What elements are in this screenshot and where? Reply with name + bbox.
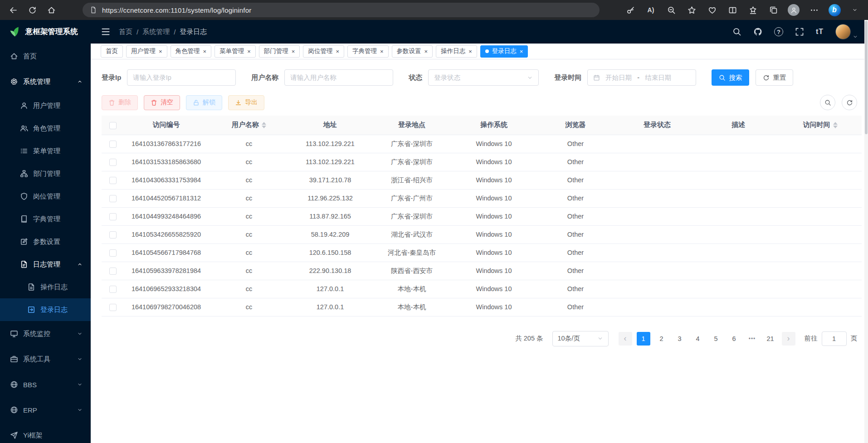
prev-page-button[interactable]: ‹ <box>619 332 632 346</box>
table-search-toggle-icon[interactable] <box>820 95 835 110</box>
search-button[interactable]: 搜索 <box>712 69 749 86</box>
site-info-icon[interactable] <box>90 6 97 14</box>
browser-profile-icon[interactable] <box>786 2 801 18</box>
export-button[interactable]: 导出 <box>228 95 264 110</box>
user-menu[interactable] <box>835 24 858 39</box>
collections-icon[interactable] <box>766 2 781 18</box>
pagination-ellipsis[interactable]: ••• <box>746 332 759 346</box>
sort-icon[interactable] <box>833 122 838 128</box>
col-username[interactable]: 用户名称 <box>208 116 290 135</box>
page-button-4[interactable]: 4 <box>691 332 705 346</box>
row-checkbox[interactable] <box>109 268 117 275</box>
sidebar-item-user-mgmt[interactable]: 用户管理 <box>0 94 91 117</box>
github-icon[interactable] <box>753 27 762 36</box>
bing-icon[interactable]: b <box>827 2 842 18</box>
close-icon[interactable]: × <box>159 49 162 54</box>
sidebar-item-post-mgmt[interactable]: 岗位管理 <box>0 185 91 208</box>
tab-role-mgmt[interactable]: 角色管理× <box>171 45 212 58</box>
tab-home[interactable]: 首页 <box>101 45 123 58</box>
row-checkbox[interactable] <box>109 141 117 148</box>
tab-post-mgmt[interactable]: 岗位管理× <box>303 45 344 58</box>
app-logo[interactable]: 意框架管理系统 <box>0 20 91 44</box>
tab-dept-mgmt[interactable]: 部门管理× <box>259 45 300 58</box>
sidebar-item-role-mgmt[interactable]: 角色管理 <box>0 117 91 140</box>
page-button-3[interactable]: 3 <box>673 332 687 346</box>
table-refresh-icon[interactable] <box>842 95 857 110</box>
sidebar-item-tools[interactable]: 系统工具 <box>0 346 91 372</box>
tab-login-log[interactable]: 登录日志× <box>480 45 528 58</box>
sort-icon[interactable] <box>262 122 266 128</box>
date-range-picker[interactable]: 开始日期 - 结束日期 <box>587 69 696 86</box>
sidebar-item-dept-mgmt[interactable]: 部门管理 <box>0 162 91 185</box>
favorites-bar-icon[interactable] <box>745 2 761 18</box>
username-input[interactable] <box>290 74 387 81</box>
address-bar[interactable]: https://ccnetcore.com:1101/system/log/lo… <box>83 3 600 17</box>
unlock-button[interactable]: 解锁 <box>186 95 222 110</box>
row-checkbox[interactable] <box>109 159 117 166</box>
login-ip-input[interactable] <box>133 74 230 81</box>
sidebar-item-erp[interactable]: ERP <box>0 397 91 423</box>
row-checkbox[interactable] <box>109 195 117 202</box>
close-icon[interactable]: × <box>424 49 428 54</box>
close-icon[interactable]: × <box>380 49 384 54</box>
row-checkbox[interactable] <box>109 304 117 311</box>
breadcrumb-item-home[interactable]: 首页 <box>119 28 132 36</box>
clear-button[interactable]: 清空 <box>144 95 180 110</box>
page-button-21[interactable]: 21 <box>764 332 777 346</box>
back-icon[interactable] <box>5 2 21 18</box>
sidebar-item-system[interactable]: 系统管理 <box>0 69 91 94</box>
reset-button[interactable]: 重置 <box>756 69 793 86</box>
status-select[interactable]: 登录状态 <box>428 69 539 86</box>
page-button-6[interactable]: 6 <box>727 332 741 346</box>
sidebar-item-param-settings[interactable]: 参数设置 <box>0 230 91 253</box>
row-checkbox[interactable] <box>109 213 117 220</box>
delete-button[interactable]: 删除 <box>102 95 138 110</box>
row-checkbox[interactable] <box>109 286 117 293</box>
breadcrumb-item-system[interactable]: 系统管理 <box>142 28 170 36</box>
avatar[interactable] <box>835 24 851 39</box>
row-checkbox[interactable] <box>109 249 117 257</box>
row-checkbox[interactable] <box>109 177 117 184</box>
close-icon[interactable]: × <box>520 49 523 54</box>
page-button-2[interactable]: 2 <box>655 332 668 346</box>
sidebar-item-login-log[interactable]: 登录日志 <box>0 298 91 321</box>
home-icon[interactable] <box>44 2 59 18</box>
select-all-checkbox[interactable] <box>109 122 117 129</box>
close-icon[interactable]: × <box>292 49 295 54</box>
tab-param-settings[interactable]: 参数设置× <box>392 45 433 58</box>
next-page-button[interactable]: › <box>782 332 795 346</box>
close-icon[interactable]: × <box>203 49 207 54</box>
read-aloud-icon[interactable]: A) <box>643 2 658 18</box>
page-scrollbar[interactable] <box>864 20 868 443</box>
close-icon[interactable]: × <box>336 49 339 54</box>
tab-operation-log[interactable]: 操作日志× <box>436 45 477 58</box>
browser-essentials-icon[interactable] <box>704 2 720 18</box>
page-button-5[interactable]: 5 <box>709 332 723 346</box>
sidebar-item-yi-framework[interactable]: Yi框架 <box>0 423 91 443</box>
tab-user-mgmt[interactable]: 用户管理× <box>126 45 167 58</box>
split-screen-icon[interactable] <box>725 2 740 18</box>
row-checkbox[interactable] <box>109 231 117 239</box>
fullscreen-icon[interactable] <box>795 27 804 36</box>
sidebar-item-log-mgmt[interactable]: 日志管理 <box>0 253 91 276</box>
page-button-1[interactable]: 1 <box>637 332 650 346</box>
search-icon[interactable] <box>732 27 741 36</box>
scrollbar-thumb[interactable] <box>865 21 868 134</box>
page-size-select[interactable]: 10条/页 <box>552 331 609 346</box>
sidebar-item-operation-log[interactable]: 操作日志 <box>0 276 91 298</box>
sidebar-item-bbs[interactable]: BBS <box>0 372 91 397</box>
tab-dict-mgmt[interactable]: 字典管理× <box>347 45 389 58</box>
favorites-star-icon[interactable] <box>684 2 699 18</box>
password-key-icon[interactable] <box>623 2 638 18</box>
close-icon[interactable]: × <box>468 49 472 54</box>
sidebar-item-home[interactable]: 首页 <box>0 44 91 69</box>
font-size-icon[interactable]: tT <box>816 28 824 36</box>
help-icon[interactable]: ? <box>774 27 783 36</box>
toolbar-caret-icon[interactable] <box>847 2 863 18</box>
refresh-icon[interactable] <box>24 2 40 18</box>
menu-fold-icon[interactable] <box>101 27 111 37</box>
col-visit-time[interactable]: 访问时间 <box>779 116 862 135</box>
sidebar-item-menu-mgmt[interactable]: 菜单管理 <box>0 140 91 162</box>
sidebar-item-monitor[interactable]: 系统监控 <box>0 321 91 346</box>
more-menu-icon[interactable] <box>806 2 822 18</box>
